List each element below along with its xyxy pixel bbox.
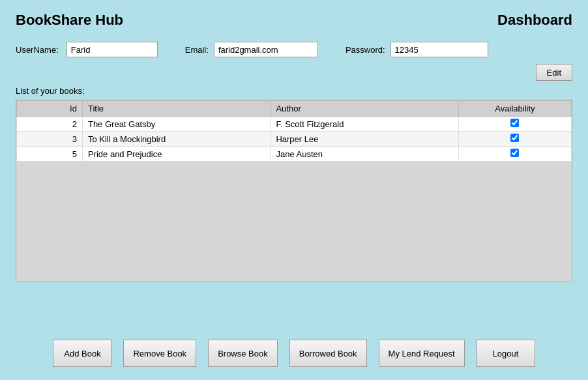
remove-book-button[interactable]: Remove Book (123, 340, 196, 367)
col-id: Id (17, 101, 83, 117)
list-label: List of your books: (0, 83, 588, 100)
edit-button[interactable]: Edit (536, 64, 572, 81)
cell-availability[interactable] (458, 132, 571, 147)
browse-book-button[interactable]: Browse Book (208, 340, 278, 367)
username-label: UserName: (16, 45, 59, 55)
cell-author: Jane Austen (271, 147, 458, 162)
books-table-container: Id Title Author Availability 2The Great … (16, 100, 572, 282)
table-row: 3To Kill a MockingbirdHarper Lee (17, 132, 572, 147)
col-availability: Availability (458, 101, 571, 117)
password-input[interactable] (390, 42, 488, 57)
cell-author: F. Scott Fitzgerald (271, 117, 458, 132)
table-row: 2The Great GatsbyF. Scott Fitzgerald (17, 117, 572, 132)
user-form: UserName: Email: Password: (0, 35, 588, 61)
dashboard-label: Dashboard (497, 12, 572, 29)
cell-title: Pride and Prejudice (82, 147, 270, 162)
my-lend-request-button[interactable]: My Lend Request (379, 340, 465, 367)
bottom-buttons: Add Book Remove Book Browse Book Borrowe… (0, 340, 588, 367)
availability-checkbox[interactable] (510, 119, 519, 127)
email-group: Email: (185, 42, 318, 57)
availability-checkbox[interactable] (510, 149, 519, 157)
password-group: Password: (345, 42, 488, 57)
edit-row: Edit (0, 61, 588, 83)
cell-id: 3 (17, 132, 83, 147)
cell-title: To Kill a Mockingbird (82, 132, 270, 147)
table-empty-space (16, 162, 572, 279)
password-label: Password: (345, 45, 385, 55)
cell-id: 2 (17, 117, 83, 132)
app-title: BookShare Hub (16, 12, 123, 29)
cell-availability[interactable] (458, 147, 571, 162)
books-table: Id Title Author Availability 2The Great … (16, 100, 572, 162)
email-input[interactable] (214, 42, 318, 57)
availability-checkbox[interactable] (510, 134, 519, 142)
table-row: 5Pride and PrejudiceJane Austen (17, 147, 572, 162)
cell-availability[interactable] (458, 117, 571, 132)
col-title: Title (82, 101, 270, 117)
username-input[interactable] (66, 42, 158, 57)
borrowed-book-button[interactable]: Borrowed Book (289, 340, 367, 367)
cell-author: Harper Lee (271, 132, 458, 147)
header: BookShare Hub Dashboard (0, 0, 588, 35)
col-author: Author (271, 101, 458, 117)
table-header-row: Id Title Author Availability (17, 101, 572, 117)
cell-title: The Great Gatsby (82, 117, 270, 132)
logout-button[interactable]: Logout (477, 340, 535, 367)
add-book-button[interactable]: Add Book (53, 340, 111, 367)
cell-id: 5 (17, 147, 83, 162)
email-label: Email: (185, 45, 209, 55)
